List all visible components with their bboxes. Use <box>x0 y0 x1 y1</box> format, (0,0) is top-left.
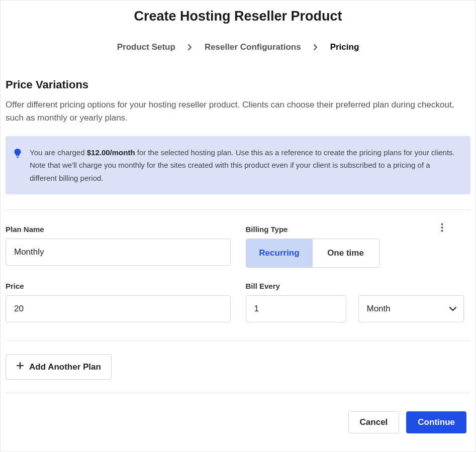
more-vertical-icon <box>441 226 443 234</box>
svg-rect-1 <box>17 157 19 158</box>
billing-type-label: Billing Type <box>246 225 471 234</box>
form-row-2: Price Bill Every <box>6 282 470 322</box>
bill-every-unit-select[interactable] <box>358 295 464 322</box>
billing-type-field: Billing Type Recurring One time <box>246 225 471 268</box>
add-another-plan-label: Add Another Plan <box>29 362 101 372</box>
create-product-page: Create Hosting Reseller Product Product … <box>0 0 476 452</box>
chevron-right-icon <box>187 44 193 51</box>
bill-every-field: Bill Every <box>246 282 471 322</box>
divider <box>6 209 470 210</box>
footer-actions: Cancel Continue <box>6 393 470 433</box>
divider <box>6 341 470 341</box>
plan-name-field: Plan Name <box>6 225 231 268</box>
price-field: Price <box>6 282 231 322</box>
breadcrumb-item-pricing[interactable]: Pricing <box>330 42 359 52</box>
breadcrumb-item-reseller-configurations[interactable]: Reseller Configurations <box>205 42 301 52</box>
svg-point-4 <box>441 230 443 232</box>
bill-every-unit-value[interactable] <box>358 295 464 322</box>
info-text: You are charged $12.00/month for the sel… <box>30 146 458 185</box>
plan-more-menu-button[interactable] <box>438 220 446 237</box>
section-title: Price Variations <box>6 78 470 91</box>
billing-type-toggle: Recurring One time <box>246 239 379 268</box>
form-row-1: Plan Name Billing Type Recurring One tim… <box>6 225 470 268</box>
section-description: Offer different pricing options for your… <box>6 98 470 125</box>
breadcrumb-item-product-setup[interactable]: Product Setup <box>117 42 175 52</box>
breadcrumb: Product Setup Reseller Configurations Pr… <box>6 42 470 52</box>
price-input[interactable] <box>6 295 231 322</box>
svg-rect-0 <box>17 156 19 157</box>
page-title: Create Hosting Reseller Product <box>6 9 470 24</box>
info-text-price: $12.00/month <box>87 148 135 157</box>
bill-every-group <box>246 295 471 322</box>
chevron-right-icon <box>313 44 318 51</box>
add-another-plan-button[interactable]: Add Another Plan <box>6 354 112 380</box>
cancel-button[interactable]: Cancel <box>348 411 400 433</box>
continue-button[interactable]: Continue <box>406 411 466 433</box>
billing-type-onetime-button[interactable]: One time <box>313 239 379 267</box>
plan-name-label: Plan Name <box>6 225 231 234</box>
bill-every-label: Bill Every <box>246 282 471 290</box>
price-label: Price <box>6 282 231 290</box>
info-callout: You are charged $12.00/month for the sel… <box>6 136 470 195</box>
lightbulb-icon <box>14 148 22 160</box>
bill-every-input[interactable] <box>246 295 346 322</box>
info-text-prefix: You are charged <box>30 148 87 157</box>
plus-icon <box>16 362 24 372</box>
billing-type-recurring-button[interactable]: Recurring <box>246 239 313 267</box>
plan-name-input[interactable] <box>6 239 231 266</box>
svg-point-2 <box>441 223 443 225</box>
svg-point-3 <box>441 227 443 229</box>
